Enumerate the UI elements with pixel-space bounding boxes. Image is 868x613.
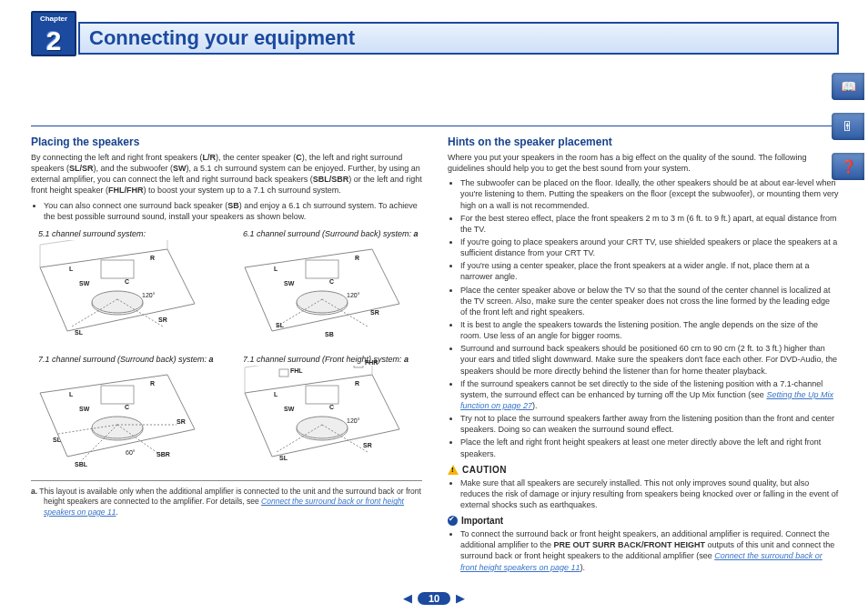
label-SL: SL (75, 329, 83, 336)
chapter-number: 2 (33, 25, 75, 56)
label-120: 120° (142, 292, 155, 298)
figure-6-1: 6.1 channel surround (Surround back) sys… (236, 229, 422, 349)
label-60: 60° (126, 449, 136, 456)
right-column: Hints on the speaker placement Where you… (448, 136, 839, 577)
svg-marker-20 (245, 375, 399, 457)
title-bar: Connecting your equipment (78, 22, 839, 55)
page-title: Connecting your equipment (89, 26, 355, 50)
figure-5-1: 5.1 channel surround system: L R (31, 229, 217, 349)
svg-rect-9 (306, 260, 338, 278)
svg-point-2 (92, 291, 143, 313)
label-SBR: SBR (156, 451, 170, 457)
svg-rect-15 (101, 386, 134, 404)
heading-placing-speakers: Placing the speakers (31, 136, 422, 148)
list-item: It is best to angle the speakers towards… (460, 319, 839, 341)
label-C: C (125, 278, 129, 285)
tab-manual-icon[interactable]: 📖 (832, 73, 864, 100)
chapter-badge: Chapter 2 (31, 11, 76, 56)
svg-point-14 (92, 417, 143, 438)
svg-rect-24 (279, 369, 288, 377)
tab-receiver-icon[interactable]: 🎚 (832, 113, 864, 140)
label-SW: SW (79, 280, 89, 286)
warning-icon (448, 465, 459, 475)
footnote-a: a. This layout is available only when th… (31, 487, 422, 518)
list-item: Place the center speaker above or below … (460, 285, 839, 317)
label-SR: SR (158, 317, 167, 323)
svg-marker-0 (40, 249, 195, 331)
caution-header: CAUTION (448, 465, 839, 475)
chapter-label: Chapter (33, 15, 75, 23)
list-item: Surround and surround back speakers shou… (460, 343, 839, 376)
label-L: L (69, 266, 73, 272)
label-SB: SB (325, 331, 334, 337)
svg-point-22 (297, 417, 348, 438)
placing-bullet: You can also connect one surround back s… (44, 200, 422, 222)
heading-hints: Hints on the speaker placement (448, 136, 839, 148)
next-page-arrow[interactable]: ▶ (456, 591, 465, 605)
hints-intro: Where you put your speakers in the room … (448, 152, 839, 174)
page-footer: ◀ 10 ▶ (0, 591, 868, 605)
list-item: Place the left and right front height sp… (460, 437, 839, 458)
placing-intro: By connecting the left and right front s… (31, 152, 422, 196)
svg-marker-12 (40, 375, 195, 457)
list-item: If you're going to place speakers around… (460, 236, 839, 258)
tab-help-icon[interactable]: ❓ (832, 153, 864, 180)
svg-marker-6 (245, 249, 399, 331)
svg-rect-23 (306, 386, 338, 404)
svg-rect-25 (354, 366, 363, 367)
hints-list: The subwoofer can be placed on the floor… (448, 177, 839, 458)
list-item: If you're using a center speaker, place … (460, 260, 839, 282)
label-FHL: FHL (290, 367, 303, 374)
left-column: Placing the speakers By connecting the l… (31, 136, 422, 577)
figure-7-1-height: 7.1 channel surround (Front height) syst… (236, 355, 422, 475)
list-item: The subwoofer can be placed on the floor… (460, 177, 839, 210)
label-R: R (150, 255, 155, 261)
figure-7-1-back: 7.1 channel surround (Surround back) sys… (31, 355, 217, 475)
label-FHR: FHR (365, 359, 378, 366)
check-icon (448, 516, 458, 526)
svg-rect-3 (101, 260, 134, 278)
list-item: If the surround speakers cannot be set d… (460, 378, 839, 411)
important-header: Important (448, 516, 839, 526)
divider (31, 126, 839, 126)
svg-point-8 (297, 291, 348, 313)
prev-page-arrow[interactable]: ◀ (403, 591, 412, 605)
page-number: 10 (418, 592, 450, 605)
important-bullet: To connect the surround back or front he… (460, 528, 839, 573)
label-SBL: SBL (75, 461, 87, 467)
caution-bullet: Make sure that all speakers are securely… (460, 477, 839, 510)
list-item: Try not to place the surround speakers f… (460, 413, 839, 435)
list-item: For the best stereo effect, place the fr… (460, 213, 839, 235)
